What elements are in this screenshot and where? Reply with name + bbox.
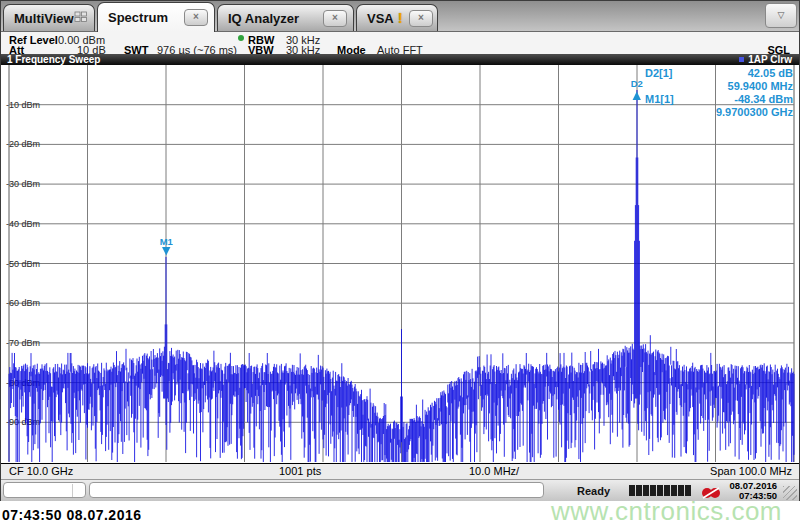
tab-iq-analyzer[interactable]: IQ Analyzer × xyxy=(217,4,354,31)
svg-text:-40 dBm: -40 dBm xyxy=(6,219,40,229)
span-value[interactable]: Span 100.0 MHz xyxy=(710,464,792,479)
tab-label: VSA xyxy=(367,11,394,26)
spectrum-trace-canvas[interactable]: -10 dBm-20 dBm-30 dBm-40 dBm-50 dBm-60 d… xyxy=(1,65,799,463)
svg-text:-60 dBm: -60 dBm xyxy=(6,298,40,308)
svg-text:M1: M1 xyxy=(160,236,174,247)
toolbar-field-large[interactable] xyxy=(89,482,544,498)
marker-m1-icon xyxy=(162,247,170,256)
marker-readout-table: D2[1] 42.05 dB 59.9400 MHz M1[1] -48.34 … xyxy=(645,67,793,118)
svg-text:D2: D2 xyxy=(631,78,643,89)
warning-icon: ! xyxy=(398,10,403,26)
trace-info[interactable]: 1AP Clrw xyxy=(739,54,792,65)
measurement-header: Ref Level 0.00 dBm RBW 30 kHz Att 10 dB … xyxy=(1,32,799,54)
tab-label: IQ Analyzer xyxy=(228,11,299,26)
svg-text:-20 dBm: -20 dBm xyxy=(6,139,40,149)
close-icon[interactable]: × xyxy=(409,10,433,27)
center-frequency[interactable]: CF 10.0 GHz xyxy=(9,464,73,479)
spectrum-plot[interactable]: -10 dBm-20 dBm-30 dBm-40 dBm-50 dBm-60 d… xyxy=(1,65,799,463)
marker-m1-freq: 9.9700300 GHz xyxy=(697,106,793,118)
svg-text:-50 dBm: -50 dBm xyxy=(6,259,40,269)
tab-spectrum[interactable]: Spectrum × xyxy=(97,2,215,32)
marker-m1-label[interactable]: M1[1] xyxy=(645,93,685,105)
marker-d2-label[interactable]: D2[1] xyxy=(645,67,685,79)
frequency-axis-bar: CF 10.0 GHz 1001 pts 10.0 MHz/ Span 100.… xyxy=(1,463,799,479)
diagram-title: 1 Frequency Sweep xyxy=(7,54,100,65)
tab-overflow-button[interactable]: ▽ xyxy=(765,3,797,28)
close-icon[interactable]: × xyxy=(323,10,347,27)
capture-timestamp: 07:43:50 08.07.2016 xyxy=(2,507,142,523)
tab-multiview[interactable]: MultiView xyxy=(3,4,95,31)
frequency-per-division: 10.0 MHz/ xyxy=(469,464,519,479)
trace-color-icon xyxy=(739,57,744,62)
watermark-text: www.cntronics.com xyxy=(551,496,782,525)
multiview-grid-icon xyxy=(74,11,88,26)
analyzer-window: MultiView Spectrum × IQ Analyzer × VSA !… xyxy=(0,0,800,502)
marker-d2-level: 42.05 dB xyxy=(697,67,793,79)
close-icon[interactable]: × xyxy=(184,9,208,26)
svg-text:-70 dBm: -70 dBm xyxy=(6,338,40,348)
tab-bar: MultiView Spectrum × IQ Analyzer × VSA !… xyxy=(1,1,799,32)
resize-grip[interactable] xyxy=(783,486,797,500)
marker-d2-icon xyxy=(633,91,641,100)
sweep-progress-bar xyxy=(629,485,691,496)
field-divider xyxy=(72,484,73,497)
svg-text:-30 dBm: -30 dBm xyxy=(6,179,40,189)
svg-text:-10 dBm: -10 dBm xyxy=(6,100,40,110)
sweep-points[interactable]: 1001 pts xyxy=(279,464,321,479)
marker-d2-freq: 59.9400 MHz xyxy=(697,80,793,92)
rbw-coupled-indicator xyxy=(238,35,244,41)
tab-label: Spectrum xyxy=(108,10,168,25)
tab-label: MultiView xyxy=(14,11,74,26)
tab-vsa[interactable]: VSA ! × xyxy=(356,4,438,31)
diagram-title-bar: 1 Frequency Sweep 1AP Clrw xyxy=(1,54,799,65)
toolbar-field-small[interactable] xyxy=(3,482,86,498)
marker-m1-level: -48.34 dBm xyxy=(697,93,793,105)
chevron-down-icon: ▽ xyxy=(778,10,785,20)
